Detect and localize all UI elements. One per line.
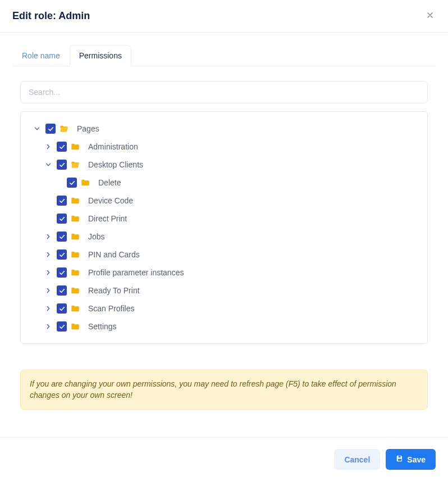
chevron-down-icon[interactable] [32, 124, 42, 134]
permissions-warning-note: If you are changing your own permissions… [20, 370, 428, 410]
folder-icon [70, 196, 80, 206]
folder-icon [70, 303, 80, 314]
tab-role-name[interactable]: Role name [12, 45, 70, 66]
close-icon [426, 11, 435, 22]
tree-label: Direct Print [88, 214, 127, 223]
tree-row-settings[interactable]: Settings [26, 317, 422, 335]
tree-label: Delete [98, 178, 121, 187]
tab-content: Pages Administration Desktop C [12, 81, 436, 410]
chevron-right-icon[interactable] [43, 285, 53, 296]
tree-label: Jobs [88, 232, 105, 241]
tree-row-scan-profiles[interactable]: Scan Profiles [26, 300, 422, 317]
chevron-right-icon[interactable] [43, 303, 53, 314]
tree-row-jobs[interactable]: Jobs [26, 228, 422, 246]
modal-title: Edit role: Admin [12, 10, 90, 22]
folder-icon [70, 249, 80, 260]
modal-body: Role name Permissions Pages [0, 33, 448, 437]
checkbox-administration[interactable] [57, 142, 67, 152]
tree-label: Desktop Clients [88, 160, 143, 169]
tree-row-pin-cards[interactable]: PIN and Cards [26, 246, 422, 264]
checkbox-jobs[interactable] [57, 232, 67, 242]
chevron-right-icon[interactable] [43, 267, 53, 278]
folder-icon [70, 285, 80, 296]
checkbox-ready-to-print[interactable] [57, 285, 67, 296]
checkbox-pages[interactable] [45, 124, 56, 134]
tree-label: PIN and Cards [88, 250, 140, 259]
folder-icon [70, 232, 80, 242]
folder-open-icon [59, 124, 69, 134]
checkbox-pin-cards[interactable] [57, 249, 67, 260]
search-input[interactable] [20, 81, 428, 103]
save-icon [396, 455, 404, 464]
tree-row-desktop-clients[interactable]: Desktop Clients [26, 156, 422, 174]
checkbox-delete[interactable] [67, 178, 77, 188]
tree-row-ready-to-print[interactable]: Ready To Print [26, 282, 422, 300]
tree-label: Settings [88, 322, 117, 331]
tree-label: Pages [77, 124, 99, 133]
folder-open-icon [70, 160, 80, 170]
modal-footer: Cancel Save [0, 437, 448, 481]
chevron-right-icon[interactable] [43, 232, 53, 242]
close-button[interactable] [424, 11, 436, 22]
tree-label: Scan Profiles [88, 304, 134, 313]
edit-role-modal: Edit role: Admin Role name Permissions P… [0, 0, 448, 481]
tab-permissions[interactable]: Permissions [70, 45, 131, 66]
tabs: Role name Permissions [12, 45, 436, 66]
checkbox-direct-print[interactable] [57, 214, 67, 224]
checkbox-settings[interactable] [57, 321, 67, 332]
tree-row-device-code[interactable]: Device Code [26, 192, 422, 210]
tree-row-profile-param[interactable]: Profile parameter instances [26, 264, 422, 282]
tree-label: Device Code [88, 196, 133, 205]
tree-row-pages[interactable]: Pages [26, 120, 422, 138]
tree-row-delete[interactable]: Delete [26, 174, 422, 192]
tree-label: Administration [88, 142, 138, 151]
tree-label: Profile parameter instances [88, 268, 184, 277]
chevron-right-icon[interactable] [43, 321, 53, 332]
modal-header: Edit role: Admin [0, 0, 448, 33]
checkbox-profile-param[interactable] [57, 267, 67, 278]
cancel-button[interactable]: Cancel [334, 449, 380, 470]
folder-icon [70, 321, 80, 332]
folder-icon [70, 142, 80, 152]
checkbox-scan-profiles[interactable] [57, 303, 67, 314]
folder-icon [70, 267, 80, 278]
permissions-tree: Pages Administration Desktop C [20, 111, 428, 344]
folder-icon [70, 214, 80, 224]
folder-icon [80, 178, 90, 188]
checkbox-desktop-clients[interactable] [57, 160, 67, 170]
chevron-right-icon[interactable] [43, 249, 53, 260]
tree-row-administration[interactable]: Administration [26, 138, 422, 156]
tree-row-direct-print[interactable]: Direct Print [26, 210, 422, 228]
checkbox-device-code[interactable] [57, 196, 67, 206]
save-button[interactable]: Save [386, 449, 436, 470]
chevron-down-icon[interactable] [43, 160, 53, 170]
chevron-right-icon[interactable] [43, 142, 53, 152]
save-button-label: Save [407, 455, 426, 464]
tree-label: Ready To Print [88, 286, 140, 295]
